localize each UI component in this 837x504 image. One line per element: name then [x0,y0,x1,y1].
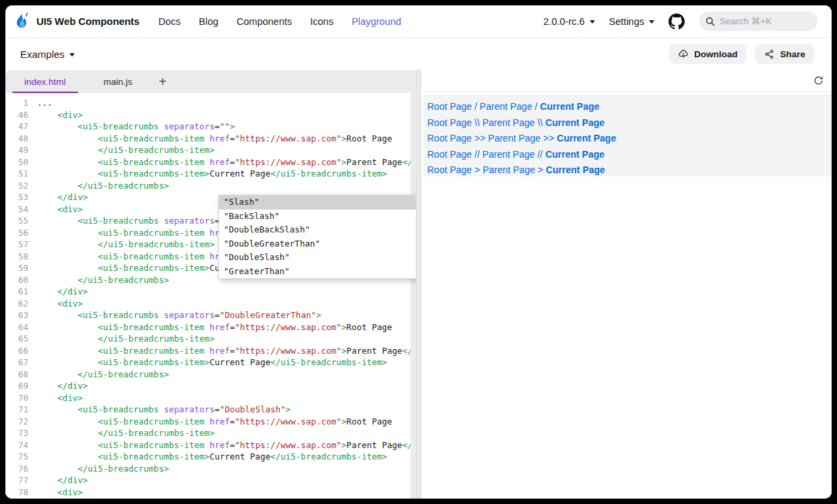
main-split: index.htmlmain.js+ 1...46 <div>47 <ui5-b… [5,69,832,499]
code-line-content: <ui5-breadcrumbs separators="DoubleSlash… [28,404,290,416]
code-line: 1... [5,97,416,109]
breadcrumb-link[interactable]: Root Page [427,101,472,112]
download-button[interactable]: Download [669,44,747,64]
code-line-content: <div> [28,203,83,216]
search-input[interactable] [720,16,811,26]
line-number: 47 [5,121,28,133]
line-number: 61 [5,286,28,298]
autocomplete-item[interactable]: "GreaterThan" [219,265,416,279]
breadcrumb-current-page: Current Page [540,101,599,112]
line-number: 62 [5,298,28,310]
breadcrumb-separator: // [535,149,546,160]
breadcrumb-link[interactable]: Root Page [427,149,472,160]
nav-link-icons[interactable]: Icons [310,16,334,27]
code-line-content: </div> [28,380,88,392]
code-line-content: </div> [28,286,88,298]
editor-tab-main.js[interactable]: main.js [85,70,152,93]
line-number: 65 [5,333,28,345]
tab-label: index.html [24,77,66,87]
autocomplete-item[interactable]: "DoubleBackSlash" [219,223,416,237]
breadcrumb-link[interactable]: Root Page [427,133,472,144]
search-icon [706,17,715,26]
breadcrumb-link[interactable]: Parent Page [480,101,532,112]
nav-link-docs[interactable]: Docs [158,16,181,27]
line-number: 53 [5,191,28,203]
code-line: 66 <ui5-breadcrumbs-item href="https://w… [5,345,416,357]
line-number: 54 [5,203,28,216]
line-number: 60 [5,274,28,286]
version-dropdown[interactable]: 2.0.0-rc.6 [543,16,594,27]
breadcrumb-separator: // [472,149,483,160]
breadcrumb-link[interactable]: Parent Page [483,164,535,175]
editor-tab-index.html[interactable]: index.html [5,70,85,93]
code-line-content: ... [28,97,53,109]
examples-dropdown[interactable]: Examples [20,49,75,60]
preview-toolbar [423,69,832,92]
breadcrumb-separator: >> [472,133,488,144]
breadcrumb-separator: > [472,164,483,175]
code-line: 75 <ui5-breadcrumbs-item>Current Page</u… [5,451,416,463]
line-number: 70 [5,392,28,404]
line-number: 77 [5,474,28,486]
code-line: 78 <div> [5,486,416,499]
code-line: 69 </div> [5,380,416,392]
github-icon[interactable] [669,13,685,30]
pane-splitter-handle[interactable] [416,69,421,499]
code-line: 63 <ui5-breadcrumbs separators="DoubleGr… [5,309,416,321]
code-line-content: <ui5-breadcrumbs-item href="https://www.… [28,156,416,168]
code-line: 67 <ui5-breadcrumbs-item>Current Page</u… [5,356,416,369]
breadcrumb-link[interactable]: Root Page [427,117,472,128]
code-line-content: <ui5-breadcrumbs separators=""> [28,121,235,133]
line-number: 71 [5,404,28,416]
refresh-button[interactable] [811,74,825,88]
code-line-content: <ui5-breadcrumbs-item href="https://www.… [28,345,416,357]
line-number: 76 [5,463,28,475]
autocomplete-dropdown: "Slash""BackSlash""DoubleBackSlash""Doub… [218,195,416,279]
nav-link-blog[interactable]: Blog [199,16,218,27]
share-icon [764,49,774,59]
autocomplete-item[interactable]: "DoubleGreaterThan" [219,237,416,251]
line-number: 49 [5,144,28,156]
code-line: 72 <ui5-breadcrumbs-item href="https://w… [5,416,416,428]
code-line-content: <div> [28,109,83,121]
examples-toolbar: Examples Download [5,38,832,69]
search-box[interactable] [699,11,817,31]
code-editor-pane: index.htmlmain.js+ 1...46 <div>47 <ui5-b… [5,69,416,499]
code-line-content: </ui5-breadcrumbs> [28,274,169,286]
nav-right-cluster: 2.0.0-rc.6 Settings [543,11,817,31]
share-button[interactable]: Share [755,44,814,64]
autocomplete-item[interactable]: "Slash" [219,195,416,210]
autocomplete-item[interactable]: "BackSlash" [219,210,416,224]
nav-link-playground[interactable]: Playground [352,16,401,27]
settings-dropdown[interactable]: Settings [609,16,654,27]
breadcrumb-link[interactable]: Parent Page [483,117,535,128]
refresh-icon [813,75,824,86]
breadcrumb-separator: > [535,164,546,175]
code-line: 76 </ui5-breadcrumbs> [5,463,416,475]
chevron-down-icon [649,20,654,24]
code-line-content: <ui5-breadcrumbs-item href="https://www.… [28,133,392,145]
line-number: 1 [5,97,28,109]
add-tab-button[interactable]: + [151,70,174,93]
line-number: 67 [5,356,28,369]
preview-pane: Root Page / Parent Page / Current PageRo… [423,69,832,499]
code-line: 61 </div> [5,286,416,298]
code-line-content: <div> [28,298,83,310]
autocomplete-item[interactable]: "DoubleSlash" [219,251,416,265]
breadcrumb-current-page: Current Page [545,149,604,160]
breadcrumb: Root Page >> Parent Page >> Current Page [427,131,832,147]
chevron-down-icon [69,53,75,57]
code-line-content: </ui5-breadcrumbs> [28,369,169,381]
code-editor[interactable]: 1...46 <div>47 <ui5-breadcrumbs separato… [5,93,416,499]
line-number: 68 [5,369,28,381]
breadcrumb-link[interactable]: Root Page [427,164,472,175]
code-line-content: </div> [28,191,88,203]
line-number: 56 [5,227,28,239]
editor-tab-bar: index.htmlmain.js+ [5,70,416,93]
breadcrumb-link[interactable]: Parent Page [488,133,540,144]
editor-vertical-scrollbar[interactable] [410,93,416,499]
code-line: 49 </ui5-breadcrumbs-item> [5,144,416,156]
breadcrumb-current-page: Current Page [557,133,616,144]
nav-link-components[interactable]: Components [237,16,292,27]
breadcrumb-link[interactable]: Parent Page [483,149,535,160]
